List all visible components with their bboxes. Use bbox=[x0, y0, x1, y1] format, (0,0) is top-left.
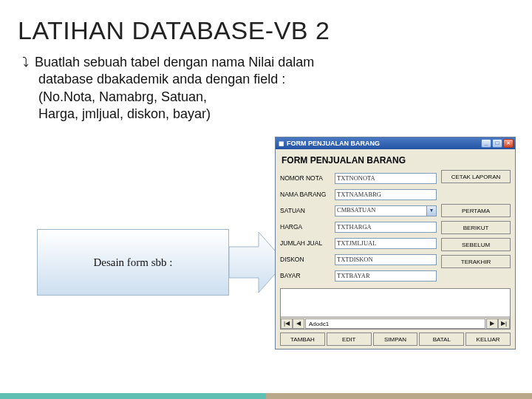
label-satuan: SATUAN bbox=[280, 206, 335, 215]
slide-body: ⤵ Buatlah sebuah tabel dengan nama Nilai… bbox=[0, 50, 532, 123]
terakhir-button[interactable]: TERAKHIR bbox=[441, 255, 511, 268]
body-line-1: Buatlah sebuah tabel dengan nama Nilai d… bbox=[35, 54, 314, 71]
nav-first-button[interactable]: |◀ bbox=[281, 318, 293, 329]
berikut-button[interactable]: BERIKUT bbox=[441, 221, 511, 234]
bullet-icon: ⤵ bbox=[22, 54, 29, 71]
label-diskon: DISKON bbox=[280, 255, 335, 264]
cetak-laporan-button[interactable]: CETAK LAPORAN bbox=[441, 170, 511, 183]
label-harga: HARGA bbox=[280, 222, 335, 231]
nav-text: Adodc1 bbox=[305, 318, 485, 329]
label-nama-barang: NAMA BARANG bbox=[280, 190, 335, 199]
input-diskon[interactable] bbox=[335, 254, 437, 265]
input-nomor-nota[interactable] bbox=[335, 173, 437, 184]
callout-text: Desain form sbb : bbox=[93, 256, 172, 269]
vb-form-window: ◼ FORM PENJUALAN BARANG _ □ × FORM PENJU… bbox=[275, 137, 516, 349]
window-titlebar[interactable]: ◼ FORM PENJUALAN BARANG _ □ × bbox=[276, 137, 515, 149]
label-jumlah-jual: JUMLAH JUAL bbox=[280, 239, 335, 248]
label-bayar: BAYAR bbox=[280, 271, 335, 280]
input-nama-barang[interactable] bbox=[335, 189, 437, 200]
form-title: FORM PENJUALAN BARANG bbox=[280, 154, 511, 170]
minimize-button[interactable]: _ bbox=[481, 139, 491, 148]
nav-next-button[interactable]: ▶ bbox=[486, 318, 498, 329]
body-line-3: (No.Nota, Namabrg, Satuan, bbox=[38, 89, 510, 106]
edit-button[interactable]: EDIT bbox=[327, 332, 372, 346]
chevron-down-icon[interactable]: ▼ bbox=[426, 206, 436, 216]
input-harga[interactable] bbox=[335, 222, 437, 233]
sebelum-button[interactable]: SEBELUM bbox=[441, 238, 511, 251]
window-caption: FORM PENJUALAN BARANG bbox=[287, 140, 480, 147]
simpan-button[interactable]: SIMPAN bbox=[373, 332, 418, 346]
nav-last-button[interactable]: ▶| bbox=[498, 318, 510, 329]
record-navigator: |◀ ◀ Adodc1 ▶ ▶| bbox=[281, 317, 510, 329]
nav-prev-button[interactable]: ◀ bbox=[293, 318, 304, 329]
label-nomor-nota: NOMOR NOTA bbox=[280, 174, 335, 183]
keluar-button[interactable]: KELUAR bbox=[466, 332, 511, 346]
callout-box: Desain form sbb : bbox=[37, 229, 229, 296]
vb-icon: ◼ bbox=[279, 140, 284, 147]
input-jumlah-jual[interactable] bbox=[335, 238, 437, 249]
input-bayar[interactable] bbox=[335, 270, 437, 282]
pertama-button[interactable]: PERTAMA bbox=[441, 204, 511, 217]
slide-title: LATIHAN DATABASE-VB 2 bbox=[0, 0, 532, 50]
combo-satuan[interactable]: CMBSATUAN ▼ bbox=[335, 205, 437, 216]
batal-button[interactable]: BATAL bbox=[419, 332, 464, 346]
body-line-4: Harga, jmljual, diskon, bayar) bbox=[38, 106, 510, 123]
maximize-button[interactable]: □ bbox=[492, 139, 502, 148]
data-grid[interactable]: |◀ ◀ Adodc1 ▶ ▶| bbox=[280, 288, 511, 330]
body-line-2: database dbakademik anda dengan field : bbox=[38, 71, 510, 88]
tambah-button[interactable]: TAMBAH bbox=[280, 332, 325, 346]
combo-satuan-text: CMBSATUAN bbox=[337, 206, 375, 214]
close-button[interactable]: × bbox=[503, 139, 514, 148]
slide-footer-decoration bbox=[0, 393, 532, 399]
